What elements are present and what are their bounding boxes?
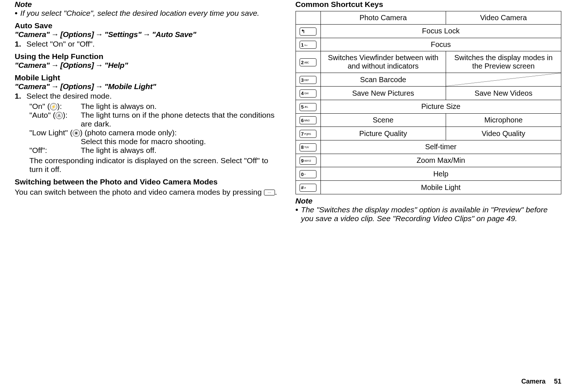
th-photo: Photo Camera [320, 11, 446, 25]
note-text-right: The "Switches the display modes" option … [301, 205, 561, 223]
left-column: Note • If you select "Choice", select th… [15, 0, 281, 223]
table-row: 2ABC Switches Viewfinder between with an… [296, 51, 561, 73]
key-2-icon: 2ABC [300, 58, 316, 66]
key-3-icon: 3DEF [300, 76, 316, 84]
key-6-icon: 6MNO [300, 116, 316, 124]
mobile-light-step: 1. Select the desired mode. [15, 92, 281, 100]
svg-line-0 [446, 73, 561, 86]
step-text: Select the desired mode. [26, 92, 112, 100]
key-4-icon: 4GHI [300, 89, 316, 98]
table-row: 0+ Help [296, 167, 561, 181]
key-7-icon: 7PQRS [300, 130, 316, 138]
help-path: "Camera"→[Options]→"Help" [15, 61, 281, 70]
cell-save-videos: Save New Videos [446, 87, 561, 100]
key-1-icon: 1ඣ [300, 41, 316, 49]
key-9-icon: 9WXYZ [300, 157, 316, 165]
mobile-light-path: "Camera"→[Options]→"Mobile Light" [15, 82, 281, 91]
cell-picture-quality: Picture Quality [320, 127, 446, 140]
table-row: 1ඣ Focus [296, 38, 561, 51]
right-column: Common Shortcut Keys Photo Camera Video … [296, 0, 562, 223]
table-row: ↰ Focus Lock [296, 25, 561, 38]
cell-video-quality: Video Quality [446, 127, 561, 140]
softkey-icon: ⋯ [264, 190, 275, 195]
switch-text: You can switch between the photo and vid… [15, 188, 281, 197]
cell-not-applicable [446, 73, 561, 87]
cell-focus: Focus [320, 38, 561, 51]
bullet-dot: • [296, 205, 298, 223]
note-text: If you select "Choice", select the desir… [20, 9, 259, 18]
table-row: #⌀ Mobile Light [296, 181, 561, 194]
cell-focus-lock: Focus Lock [320, 25, 561, 38]
step-number: 1. [15, 40, 23, 48]
key-5-icon: 5JKL [300, 103, 316, 111]
table-header-row: Photo Camera Video Camera [296, 11, 561, 25]
mode-lowlight: "Low Light" (✺) (photo camera mode only)… [29, 128, 281, 146]
bullet-dot: • [15, 9, 17, 18]
page-footer: Camera 51 [521, 378, 561, 385]
key-0-icon: 0+ [300, 170, 316, 178]
key-8-icon: 8TUV [300, 143, 316, 151]
light-on-icon: ⚡ [50, 103, 57, 110]
table-row: 7PQRS Picture Quality Video Quality [296, 127, 561, 140]
mode-on: "On" (⚡): The light is always on. [29, 102, 281, 111]
cell-zoom: Zoom Max/Min [320, 154, 561, 167]
cell-help: Help [320, 167, 561, 181]
note-item: • If you select "Choice", select the des… [15, 9, 281, 18]
step-number: 1. [15, 92, 23, 100]
light-auto-icon: A [55, 112, 63, 119]
step-text: Select "On" or "Off". [26, 40, 95, 48]
auto-save-step: 1. Select "On" or "Off". [15, 40, 281, 48]
key-hash-icon: #⌀ [300, 184, 316, 192]
cell-self-timer: Self-timer [320, 140, 561, 154]
table-row: 4GHI Save New Pictures Save New Videos [296, 87, 561, 100]
footer-section: Camera [521, 378, 546, 385]
th-video: Video Camera [446, 11, 561, 25]
shortcut-heading: Common Shortcut Keys [296, 0, 562, 9]
table-row: 6MNO Scene Microphone [296, 113, 561, 127]
cell-mobile-light: Mobile Light [320, 181, 561, 194]
table-row: 9WXYZ Zoom Max/Min [296, 154, 561, 167]
note-label: Note [15, 0, 281, 9]
cell-scene: Scene [320, 113, 446, 127]
help-heading: Using the Help Function [15, 52, 281, 61]
mode-off: "Off": The light is always off. [29, 146, 281, 155]
cell-viewfinder: Switches Viewfinder between with and wit… [320, 51, 446, 73]
mobile-light-tail: The corresponding indicator is displayed… [29, 156, 281, 174]
cell-picture-size: Picture Size [320, 100, 561, 113]
send-key-icon: ↰ [300, 28, 316, 36]
note-item-right: • The "Switches the display modes" optio… [296, 205, 562, 223]
mobile-light-heading: Mobile Light [15, 73, 281, 82]
auto-save-heading: Auto Save [15, 21, 281, 30]
light-lowlight-icon: ✺ [73, 129, 80, 137]
cell-display-modes: Switches the display modes in the Previe… [446, 51, 561, 73]
cell-scan-barcode: Scan Barcode [320, 73, 446, 87]
mode-auto: "Auto" (A): The light turns on if the ph… [29, 111, 281, 128]
table-row: 5JKL Picture Size [296, 100, 561, 113]
note-label-right: Note [296, 197, 562, 205]
auto-save-path: "Camera"→[Options]→"Settings"→"Auto Save… [15, 30, 281, 39]
table-row: 8TUV Self-timer [296, 140, 561, 154]
footer-page: 51 [554, 378, 561, 385]
shortcut-table: Photo Camera Video Camera ↰ Focus Lock 1… [296, 11, 562, 194]
cell-microphone: Microphone [446, 113, 561, 127]
mode-list: "On" (⚡): The light is always on. "Auto"… [29, 102, 281, 174]
table-row: 3DEF Scan Barcode [296, 73, 561, 87]
cell-save-pictures: Save New Pictures [320, 87, 446, 100]
switch-heading: Switching between the Photo and Video Ca… [15, 177, 281, 186]
